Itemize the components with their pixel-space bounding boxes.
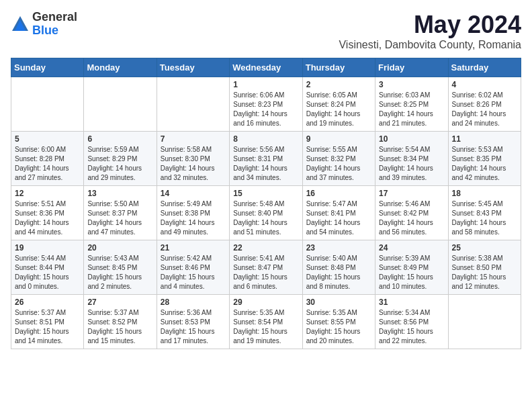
calendar-cell: 13Sunrise: 5:50 AM Sunset: 8:37 PM Dayli… [84, 186, 157, 240]
day-number: 21 [161, 243, 226, 253]
calendar-cell [84, 77, 157, 132]
day-number: 9 [306, 134, 371, 144]
day-info: Sunrise: 5:37 AM Sunset: 8:52 PM Dayligh… [87, 308, 152, 346]
calendar-cell: 18Sunrise: 5:45 AM Sunset: 8:43 PM Dayli… [448, 186, 521, 240]
logo-blue: Blue [32, 24, 77, 38]
logo-general: General [32, 11, 77, 24]
page-header: General Blue May 2024 Visinesti, Dambovi… [11, 11, 521, 51]
day-number: 16 [306, 189, 371, 198]
calendar-cell: 19Sunrise: 5:44 AM Sunset: 8:44 PM Dayli… [11, 240, 84, 295]
day-number: 31 [379, 298, 444, 307]
day-info: Sunrise: 5:46 AM Sunset: 8:42 PM Dayligh… [379, 199, 444, 237]
calendar-cell: 8Sunrise: 5:56 AM Sunset: 8:31 PM Daylig… [230, 132, 302, 186]
calendar-cell: 16Sunrise: 5:47 AM Sunset: 8:41 PM Dayli… [302, 186, 375, 240]
day-info: Sunrise: 5:58 AM Sunset: 8:30 PM Dayligh… [161, 145, 226, 183]
day-info: Sunrise: 5:35 AM Sunset: 8:54 PM Dayligh… [233, 308, 298, 346]
day-number: 30 [306, 298, 371, 307]
title-location: Visinesti, Dambovita County, Romania [339, 39, 521, 51]
calendar-cell: 4Sunrise: 6:02 AM Sunset: 8:26 PM Daylig… [448, 77, 521, 132]
calendar-cell: 7Sunrise: 5:58 AM Sunset: 8:30 PM Daylig… [157, 132, 229, 186]
day-info: Sunrise: 5:55 AM Sunset: 8:32 PM Dayligh… [306, 145, 371, 183]
col-header-friday: Friday [375, 58, 448, 77]
day-info: Sunrise: 5:38 AM Sunset: 8:50 PM Dayligh… [452, 254, 517, 291]
day-number: 14 [161, 189, 226, 198]
calendar-cell: 22Sunrise: 5:41 AM Sunset: 8:47 PM Dayli… [230, 240, 302, 295]
day-info: Sunrise: 6:00 AM Sunset: 8:28 PM Dayligh… [15, 145, 80, 183]
day-info: Sunrise: 5:53 AM Sunset: 8:35 PM Dayligh… [452, 145, 517, 183]
col-header-tuesday: Tuesday [157, 58, 229, 77]
calendar-week-row: 1Sunrise: 6:06 AM Sunset: 8:23 PM Daylig… [11, 77, 521, 132]
day-info: Sunrise: 6:03 AM Sunset: 8:25 PM Dayligh… [379, 91, 444, 128]
calendar-cell: 27Sunrise: 5:37 AM Sunset: 8:52 PM Dayli… [84, 295, 157, 349]
calendar-cell: 9Sunrise: 5:55 AM Sunset: 8:32 PM Daylig… [302, 132, 375, 186]
day-number: 6 [87, 134, 152, 144]
logo-text: General Blue [32, 11, 77, 38]
calendar-cell: 5Sunrise: 6:00 AM Sunset: 8:28 PM Daylig… [11, 132, 84, 186]
calendar-week-row: 5Sunrise: 6:00 AM Sunset: 8:28 PM Daylig… [11, 132, 521, 186]
calendar-table: SundayMondayTuesdayWednesdayThursdayFrid… [11, 58, 521, 349]
day-info: Sunrise: 5:54 AM Sunset: 8:34 PM Dayligh… [379, 145, 444, 183]
day-number: 12 [15, 189, 80, 198]
day-number: 18 [452, 189, 517, 198]
logo-icon [11, 15, 30, 34]
day-number: 26 [15, 298, 80, 307]
calendar-cell: 25Sunrise: 5:38 AM Sunset: 8:50 PM Dayli… [448, 240, 521, 295]
day-number: 3 [379, 80, 444, 89]
day-info: Sunrise: 5:51 AM Sunset: 8:36 PM Dayligh… [15, 199, 80, 237]
day-info: Sunrise: 5:48 AM Sunset: 8:40 PM Dayligh… [233, 199, 298, 237]
calendar-cell: 28Sunrise: 5:36 AM Sunset: 8:53 PM Dayli… [157, 295, 229, 349]
day-number: 23 [306, 243, 371, 253]
col-header-wednesday: Wednesday [230, 58, 302, 77]
calendar-cell: 6Sunrise: 5:59 AM Sunset: 8:29 PM Daylig… [84, 132, 157, 186]
day-number: 17 [379, 189, 444, 198]
day-number: 10 [379, 134, 444, 144]
day-number: 25 [452, 243, 517, 253]
day-info: Sunrise: 5:34 AM Sunset: 8:56 PM Dayligh… [379, 308, 444, 346]
logo: General Blue [11, 11, 77, 38]
col-header-thursday: Thursday [302, 58, 375, 77]
day-info: Sunrise: 5:41 AM Sunset: 8:47 PM Dayligh… [233, 254, 298, 291]
day-number: 8 [233, 134, 298, 144]
day-number: 20 [87, 243, 152, 253]
col-header-sunday: Sunday [11, 58, 84, 77]
calendar-cell: 21Sunrise: 5:42 AM Sunset: 8:46 PM Dayli… [157, 240, 229, 295]
calendar-week-row: 26Sunrise: 5:37 AM Sunset: 8:51 PM Dayli… [11, 295, 521, 349]
day-info: Sunrise: 5:50 AM Sunset: 8:37 PM Dayligh… [87, 199, 152, 237]
day-info: Sunrise: 5:39 AM Sunset: 8:49 PM Dayligh… [379, 254, 444, 291]
calendar-cell: 20Sunrise: 5:43 AM Sunset: 8:45 PM Dayli… [84, 240, 157, 295]
day-info: Sunrise: 5:42 AM Sunset: 8:46 PM Dayligh… [161, 254, 226, 291]
calendar-cell: 3Sunrise: 6:03 AM Sunset: 8:25 PM Daylig… [375, 77, 448, 132]
day-info: Sunrise: 6:06 AM Sunset: 8:23 PM Dayligh… [233, 91, 298, 128]
calendar-cell: 15Sunrise: 5:48 AM Sunset: 8:40 PM Dayli… [230, 186, 302, 240]
day-number: 7 [161, 134, 226, 144]
calendar-cell: 1Sunrise: 6:06 AM Sunset: 8:23 PM Daylig… [230, 77, 302, 132]
day-info: Sunrise: 5:36 AM Sunset: 8:53 PM Dayligh… [161, 308, 226, 346]
day-number: 19 [15, 243, 80, 253]
day-number: 27 [87, 298, 152, 307]
calendar-cell [157, 77, 229, 132]
day-number: 13 [87, 189, 152, 198]
calendar-cell: 17Sunrise: 5:46 AM Sunset: 8:42 PM Dayli… [375, 186, 448, 240]
day-number: 24 [379, 243, 444, 253]
day-number: 22 [233, 243, 298, 253]
day-info: Sunrise: 6:02 AM Sunset: 8:26 PM Dayligh… [452, 91, 517, 128]
day-info: Sunrise: 5:45 AM Sunset: 8:43 PM Dayligh… [452, 199, 517, 237]
day-info: Sunrise: 5:49 AM Sunset: 8:38 PM Dayligh… [161, 199, 226, 237]
calendar-week-row: 19Sunrise: 5:44 AM Sunset: 8:44 PM Dayli… [11, 240, 521, 295]
calendar-cell: 30Sunrise: 5:35 AM Sunset: 8:55 PM Dayli… [302, 295, 375, 349]
day-number: 4 [452, 80, 517, 89]
day-info: Sunrise: 5:56 AM Sunset: 8:31 PM Dayligh… [233, 145, 298, 183]
day-info: Sunrise: 5:37 AM Sunset: 8:51 PM Dayligh… [15, 308, 80, 346]
calendar-cell: 24Sunrise: 5:39 AM Sunset: 8:49 PM Dayli… [375, 240, 448, 295]
col-header-monday: Monday [84, 58, 157, 77]
calendar-week-row: 12Sunrise: 5:51 AM Sunset: 8:36 PM Dayli… [11, 186, 521, 240]
title-month: May 2024 [339, 11, 521, 39]
day-info: Sunrise: 6:05 AM Sunset: 8:24 PM Dayligh… [306, 91, 371, 128]
day-number: 11 [452, 134, 517, 144]
calendar-cell: 26Sunrise: 5:37 AM Sunset: 8:51 PM Dayli… [11, 295, 84, 349]
day-info: Sunrise: 5:59 AM Sunset: 8:29 PM Dayligh… [87, 145, 152, 183]
day-number: 5 [15, 134, 80, 144]
calendar-cell: 23Sunrise: 5:40 AM Sunset: 8:48 PM Dayli… [302, 240, 375, 295]
calendar-cell [11, 77, 84, 132]
calendar-header-row: SundayMondayTuesdayWednesdayThursdayFrid… [11, 58, 521, 77]
